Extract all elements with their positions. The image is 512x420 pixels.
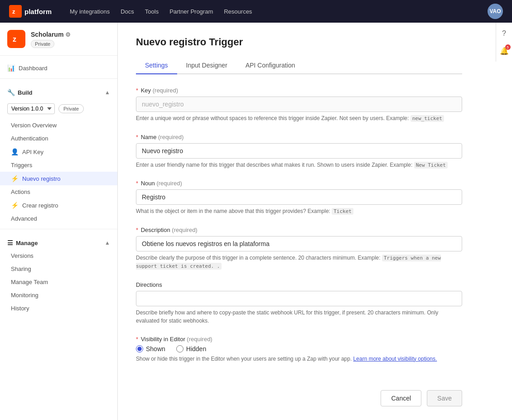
svg-text:z: z bbox=[13, 35, 16, 43]
sidebar: z Scholarum ⚙ Private 📊 Dashboard bbox=[0, 23, 118, 420]
build-section: 🔧 Build ▲ Version 1.0.0 Private Version … bbox=[0, 81, 117, 227]
name-label: * Name (required) bbox=[136, 134, 462, 140]
noun-field-group: * Noun (required) What is the object or … bbox=[136, 180, 462, 216]
version-wrapper: Version 1.0.0 Private bbox=[0, 99, 117, 119]
user-avatar[interactable]: VAO bbox=[488, 4, 503, 19]
divider-2 bbox=[0, 229, 117, 229]
chevron-up-icon-2: ▲ bbox=[105, 240, 110, 246]
name-field-group: * Name (required) Enter a user friendly … bbox=[136, 134, 462, 169]
private-button[interactable]: Private bbox=[58, 104, 84, 113]
svg-text:z: z bbox=[12, 8, 15, 15]
topnav-links: My integrations Docs Tools Partner Progr… bbox=[70, 8, 474, 15]
manage-section-header[interactable]: ☰ Manage ▲ bbox=[0, 237, 117, 249]
visibility-field-group: * Visibility in Editor (required) Shown … bbox=[136, 336, 462, 363]
chevron-up-icon: ▲ bbox=[105, 89, 110, 96]
key-help: Enter a unique word or phrase without sp… bbox=[136, 114, 462, 123]
visibility-label: * Visibility in Editor (required) bbox=[136, 336, 462, 343]
directions-help: Describe briefly how and where to copy-p… bbox=[136, 309, 462, 325]
nav-my-integrations[interactable]: My integrations bbox=[70, 8, 110, 15]
manage-icon: ☰ bbox=[7, 239, 13, 246]
description-input[interactable] bbox=[136, 236, 462, 251]
sidebar-item-actions[interactable]: Actions bbox=[0, 185, 117, 198]
visibility-shown-option[interactable]: Shown bbox=[136, 345, 165, 352]
logo-text: platform bbox=[24, 8, 52, 15]
dashboard-section: 📊 Dashboard bbox=[0, 56, 117, 77]
tab-settings[interactable]: Settings bbox=[136, 57, 177, 74]
directions-input[interactable] bbox=[136, 291, 462, 306]
sidebar-item-advanced[interactable]: Advanced bbox=[0, 212, 117, 225]
zapier-icon: z bbox=[9, 5, 22, 18]
build-icon: 🔧 bbox=[7, 89, 15, 96]
sidebar-item-manage-team[interactable]: Manage Team bbox=[0, 275, 117, 289]
noun-label: * Noun (required) bbox=[136, 180, 462, 187]
sidebar-item-dashboard[interactable]: 📊 Dashboard bbox=[0, 61, 117, 75]
name-help: Enter a user friendly name for this trig… bbox=[136, 161, 462, 169]
sidebar-item-version-overview[interactable]: Version Overview bbox=[0, 119, 117, 132]
directions-label: Directions bbox=[136, 281, 462, 288]
app-name: Scholarum ⚙ bbox=[31, 31, 110, 38]
notification-icon[interactable]: 🔔 5 bbox=[498, 44, 511, 57]
cancel-button[interactable]: Cancel bbox=[381, 390, 421, 406]
notification-badge: 5 bbox=[505, 44, 511, 50]
tabs: Settings Input Designer API Configuratio… bbox=[136, 57, 462, 74]
name-input[interactable] bbox=[136, 143, 462, 159]
sidebar-item-history[interactable]: History bbox=[0, 302, 117, 315]
app-private-badge: Private bbox=[31, 40, 54, 48]
version-select[interactable]: Version 1.0.0 bbox=[7, 103, 55, 114]
manage-section: ☰ Manage ▲ Versions Sharing Manage Team … bbox=[0, 231, 117, 317]
description-label: * Description (required) bbox=[136, 227, 462, 233]
topnav: z platform My integrations Docs Tools Pa… bbox=[0, 0, 512, 23]
tab-api-configuration[interactable]: API Configuration bbox=[237, 57, 304, 74]
tab-input-designer[interactable]: Input Designer bbox=[177, 57, 237, 74]
visibility-help-link[interactable]: Learn more about visibility options. bbox=[353, 356, 437, 362]
dashboard-icon: 📊 bbox=[7, 64, 15, 72]
help-icon[interactable]: ? bbox=[498, 27, 511, 40]
build-section-header[interactable]: 🔧 Build ▲ bbox=[0, 86, 117, 99]
visibility-radio-group: Shown Hidden bbox=[136, 345, 462, 352]
nav-partner-program[interactable]: Partner Program bbox=[169, 8, 213, 15]
divider-1 bbox=[0, 78, 117, 79]
page-title: Nuevo registro Trigger bbox=[136, 36, 462, 48]
noun-input[interactable] bbox=[136, 189, 462, 205]
key-label: * Key (required) bbox=[136, 87, 462, 94]
save-button[interactable]: Save bbox=[427, 390, 462, 406]
sidebar-item-sharing[interactable]: Sharing bbox=[0, 262, 117, 275]
sidebar-app-header: z Scholarum ⚙ Private bbox=[0, 23, 117, 56]
visibility-hidden-radio[interactable] bbox=[176, 345, 184, 352]
directions-field-group: Directions Describe briefly how and wher… bbox=[136, 281, 462, 325]
form-actions: Cancel Save bbox=[136, 381, 462, 406]
visibility-shown-radio[interactable] bbox=[136, 345, 143, 352]
sidebar-item-versions[interactable]: Versions bbox=[0, 249, 117, 262]
sidebar-app-info: Scholarum ⚙ Private bbox=[31, 31, 110, 47]
right-panel: ? 🔔 5 bbox=[496, 23, 512, 62]
gear-icon[interactable]: ⚙ bbox=[65, 31, 71, 38]
main-content-area: Nuevo registro Trigger Settings Input De… bbox=[118, 23, 512, 420]
person-icon: 👤 bbox=[11, 148, 19, 155]
description-field-group: * Description (required) Describe clearl… bbox=[136, 227, 462, 270]
noun-help: What is the object or item in the name a… bbox=[136, 207, 462, 216]
nav-tools[interactable]: Tools bbox=[145, 8, 159, 15]
key-input[interactable] bbox=[136, 97, 462, 112]
key-field-group: * Key (required) Enter a unique word or … bbox=[136, 87, 462, 123]
logo[interactable]: z platform bbox=[9, 5, 52, 18]
nav-docs[interactable]: Docs bbox=[121, 8, 134, 15]
visibility-hidden-option[interactable]: Hidden bbox=[176, 345, 206, 352]
sidebar-item-nuevo-registro[interactable]: ⚡ Nuevo registro bbox=[0, 172, 117, 185]
trigger-icon: ⚡ bbox=[11, 175, 19, 182]
sidebar-item-crear-registro[interactable]: ⚡ Crear registro bbox=[0, 198, 117, 212]
visibility-help: Show or hide this trigger in the Editor … bbox=[136, 355, 462, 363]
action-icon: ⚡ bbox=[11, 202, 19, 209]
nav-resources[interactable]: Resources bbox=[224, 8, 252, 15]
app-icon: z bbox=[7, 30, 25, 48]
sidebar-item-triggers[interactable]: Triggers bbox=[0, 159, 117, 172]
sidebar-item-api-key[interactable]: 👤 API Key bbox=[0, 145, 117, 159]
sidebar-item-monitoring[interactable]: Monitoring bbox=[0, 289, 117, 302]
description-help: Describe clearly the purpose of this tri… bbox=[136, 254, 462, 270]
sidebar-item-authentication[interactable]: Authentication bbox=[0, 132, 117, 145]
